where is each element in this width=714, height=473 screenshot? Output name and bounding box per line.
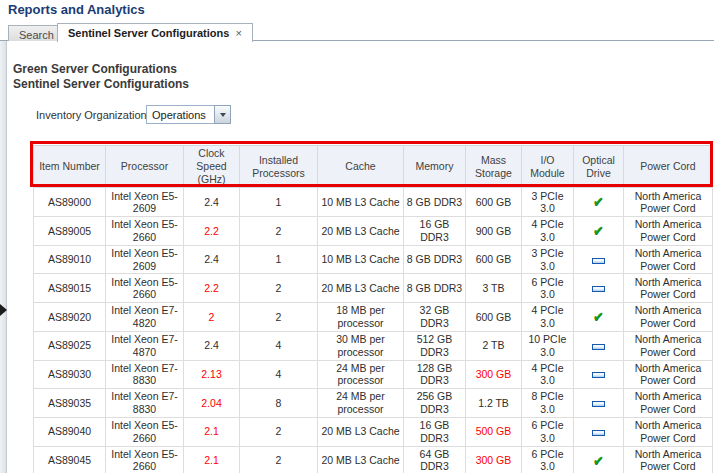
dropdown-selected-value[interactable]: Operations	[146, 105, 214, 124]
cell-installed-processors: 2	[240, 303, 318, 332]
section-title-sentinel: Sentinel Server Configurations	[13, 77, 189, 91]
cell-memory: 8 GB DDR3	[404, 188, 466, 217]
cell-optical-drive	[574, 389, 624, 418]
inventory-organization-label: Inventory Organization	[36, 109, 147, 121]
cell-installed-processors: 2	[240, 446, 318, 473]
cell-clock-speed: 2.4	[184, 331, 240, 360]
cell-installed-processors: 1	[240, 188, 318, 217]
dash-icon	[592, 286, 605, 292]
cell-io-module: 4 PCIe 3.0	[522, 303, 574, 332]
check-icon: ✔	[593, 194, 604, 209]
cell-mass-storage: 1.2 TB	[466, 389, 522, 418]
cell-clock-speed: 2.1	[184, 417, 240, 446]
cell-mass-storage: 3 TB	[466, 274, 522, 303]
tab-active-label: Sentinel Server Configurations	[68, 27, 229, 39]
cell-io-module: 3 PCIe 3.0	[522, 188, 574, 217]
table-row[interactable]: AS89010 Intel Xeon E5-2609 2.4 1 10 MB L…	[34, 245, 713, 274]
dash-icon	[592, 401, 605, 407]
cell-optical-drive: ✔	[574, 446, 624, 473]
splitter-expand-arrow-icon[interactable]	[0, 304, 7, 316]
column-header[interactable]: Memory	[404, 146, 466, 188]
reports-and-analytics-page: Reports and Analytics Search Sentinel Se…	[0, 0, 714, 473]
page-title: Reports and Analytics	[8, 2, 145, 17]
table-row[interactable]: AS89030 Intel Xeon E7-8830 2.13 4 24 MB …	[34, 360, 713, 389]
table-row[interactable]: AS89005 Intel Xeon E5-2660 2.2 2 20 MB L…	[34, 217, 713, 246]
cell-power-cord: North America Power Cord	[624, 188, 713, 217]
table-row[interactable]: AS89000 Intel Xeon E5-2609 2.4 1 10 MB L…	[34, 188, 713, 217]
cell-processor: Intel Xeon E5-2660	[106, 274, 184, 303]
cell-clock-speed: 2.2	[184, 217, 240, 246]
cell-processor: Intel Xeon E5-2660	[106, 446, 184, 473]
cell-item-number: AS89040	[34, 417, 106, 446]
cell-clock-speed: 2.2	[184, 274, 240, 303]
cell-processor: Intel Xeon E7-4870	[106, 331, 184, 360]
cell-item-number: AS89025	[34, 331, 106, 360]
cell-memory: 16 GB DDR3	[404, 417, 466, 446]
cell-cache: 20 MB L3 Cache	[318, 417, 404, 446]
cell-io-module: 6 PCIe 3.0	[522, 274, 574, 303]
cell-optical-drive: ✔	[574, 217, 624, 246]
cell-mass-storage: 900 GB	[466, 217, 522, 246]
section-title-green: Green Server Configurations	[13, 62, 177, 76]
cell-cache: 20 MB L3 Cache	[318, 274, 404, 303]
close-icon[interactable]: ×	[235, 27, 241, 39]
cell-item-number: AS89020	[34, 303, 106, 332]
cell-clock-speed: 2.13	[184, 360, 240, 389]
dropdown-button[interactable]	[214, 105, 231, 124]
table-header-row: Item NumberProcessorClock Speed (GHz)Ins…	[34, 146, 713, 188]
cell-power-cord: North America Power Cord	[624, 417, 713, 446]
cell-memory: 16 GB DDR3	[404, 217, 466, 246]
table-row[interactable]: AS89025 Intel Xeon E7-4870 2.4 4 30 MB p…	[34, 331, 713, 360]
cell-mass-storage: 300 GB	[466, 446, 522, 473]
cell-optical-drive	[574, 245, 624, 274]
cell-cache: 10 MB L3 Cache	[318, 245, 404, 274]
cell-installed-processors: 4	[240, 360, 318, 389]
check-icon: ✔	[593, 309, 604, 324]
column-header[interactable]: Processor	[106, 146, 184, 188]
tab-sentinel-server-configurations[interactable]: Sentinel Server Configurations×	[57, 23, 253, 42]
cell-item-number: AS89045	[34, 446, 106, 473]
cell-io-module: 6 PCIe 3.0	[522, 417, 574, 446]
column-header[interactable]: Mass Storage	[466, 146, 522, 188]
column-header[interactable]: Power Cord	[624, 146, 713, 188]
column-header[interactable]: Clock Speed (GHz)	[184, 146, 240, 188]
cell-clock-speed: 2.4	[184, 188, 240, 217]
cell-item-number: AS89000	[34, 188, 106, 217]
cell-processor: Intel Xeon E5-2609	[106, 188, 184, 217]
cell-cache: 20 MB L3 Cache	[318, 217, 404, 246]
table-row[interactable]: AS89040 Intel Xeon E5-2660 2.1 2 20 MB L…	[34, 417, 713, 446]
cell-mass-storage: 600 GB	[466, 245, 522, 274]
table-row[interactable]: AS89035 Intel Xeon E7-8830 2.04 8 24 MB …	[34, 389, 713, 418]
cell-optical-drive	[574, 360, 624, 389]
table-row[interactable]: AS89015 Intel Xeon E5-2660 2.2 2 20 MB L…	[34, 274, 713, 303]
cell-cache: 30 MB per processor	[318, 331, 404, 360]
cell-cache: 10 MB L3 Cache	[318, 188, 404, 217]
cell-memory: 512 GB DDR3	[404, 331, 466, 360]
chevron-down-icon	[220, 113, 226, 117]
cell-optical-drive	[574, 274, 624, 303]
inventory-organization-dropdown[interactable]: Operations	[146, 105, 231, 124]
column-header[interactable]: Installed Processors	[240, 146, 318, 188]
cell-cache: 18 MB per processor	[318, 303, 404, 332]
cell-mass-storage: 2 TB	[466, 331, 522, 360]
cell-optical-drive	[574, 331, 624, 360]
cell-clock-speed: 2.04	[184, 389, 240, 418]
column-header[interactable]: I/O Module	[522, 146, 574, 188]
cell-memory: 8 GB DDR3	[404, 245, 466, 274]
column-header[interactable]: Optical Drive	[574, 146, 624, 188]
cell-power-cord: North America Power Cord	[624, 274, 713, 303]
cell-mass-storage: 600 GB	[466, 188, 522, 217]
cell-item-number: AS89015	[34, 274, 106, 303]
cell-optical-drive	[574, 417, 624, 446]
left-panel-splitter[interactable]	[0, 41, 7, 473]
column-header[interactable]: Item Number	[34, 146, 106, 188]
cell-power-cord: North America Power Cord	[624, 360, 713, 389]
table-row[interactable]: AS89020 Intel Xeon E7-4820 2 2 18 MB per…	[34, 303, 713, 332]
cell-power-cord: North America Power Cord	[624, 245, 713, 274]
cell-power-cord: North America Power Cord	[624, 303, 713, 332]
cell-io-module: 4 PCIe 3.0	[522, 217, 574, 246]
table-row[interactable]: AS89045 Intel Xeon E5-2660 2.1 2 20 MB L…	[34, 446, 713, 473]
server-configurations-table: Item NumberProcessorClock Speed (GHz)Ins…	[33, 145, 713, 473]
column-header[interactable]: Cache	[318, 146, 404, 188]
cell-installed-processors: 1	[240, 245, 318, 274]
